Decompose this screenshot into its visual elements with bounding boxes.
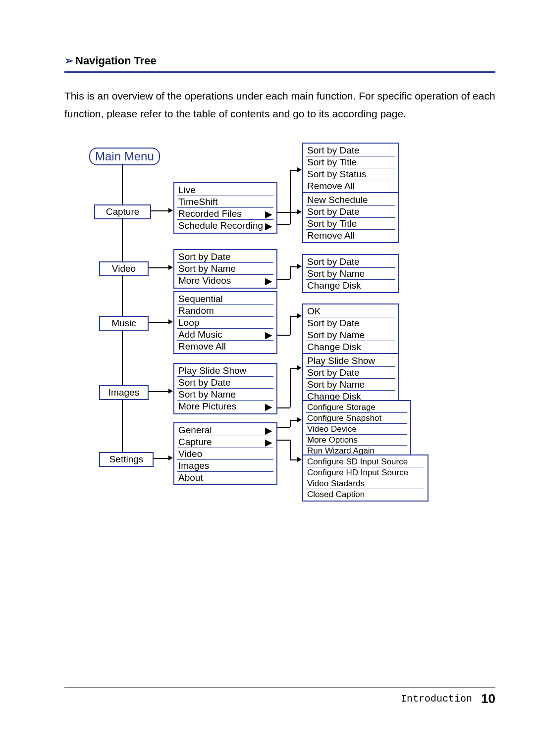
list-item: Remove All — [306, 180, 395, 192]
footer-section: Introduction — [401, 693, 472, 705]
list-item: Sort by Date — [177, 251, 273, 263]
list-item: Sort by Name — [177, 263, 273, 275]
music-sub: Sequential Random Loop Add Music▶ Remove… — [173, 291, 277, 354]
page-number: 10 — [481, 691, 495, 706]
list-item: OK — [306, 305, 395, 317]
settings-sub: General▶ Capture▶ Video Images About — [173, 422, 277, 485]
settings-node: Settings — [99, 452, 154, 467]
list-item: Change Disk — [306, 280, 395, 291]
video-node: Video — [99, 261, 149, 276]
list-item: Images — [177, 460, 273, 472]
list-item: Sort by Date — [306, 317, 395, 329]
list-item: About — [177, 472, 273, 483]
list-item: Sort by Title — [306, 156, 395, 168]
page-footer: Introduction 10 — [64, 687, 495, 706]
capture-settings-sub: Configure SD Input Source Configure HD I… — [302, 454, 428, 502]
list-item: Sort by Title — [306, 218, 395, 230]
list-item: Sort by Date — [306, 206, 395, 218]
general-sub: Configure Storage Configure Snapshot Vid… — [302, 400, 411, 458]
divider — [64, 74, 495, 74]
list-item: Configure Snapshot — [306, 413, 407, 424]
list-item: Sort by Status — [306, 168, 395, 180]
heading-text: Navigation Tree — [75, 54, 157, 67]
more-videos-sub: Sort by Date Sort by Name Change Disk — [302, 254, 399, 293]
list-item: Remove All — [306, 230, 395, 241]
main-menu-node: Main Menu — [89, 148, 160, 165]
list-item: Sort by Name — [177, 389, 273, 401]
list-item: Sort by Date — [306, 145, 395, 156]
list-item: More Options — [306, 435, 407, 446]
chevron-right-icon: ➢ — [64, 54, 73, 67]
images-sub: Play Slide Show Sort by Date Sort by Nam… — [173, 363, 277, 414]
list-item: Change Disk — [306, 341, 395, 353]
list-item: Video Stadards — [306, 478, 425, 489]
recorded-files-sub: Sort by Date Sort by Title Sort by Statu… — [302, 143, 399, 194]
list-item: Video — [177, 448, 273, 460]
music-node: Music — [99, 316, 149, 331]
intro-paragraph: This is an overview of the operations un… — [64, 87, 495, 123]
more-pictures-sub: Play Slide Show Sort by Date Sort by Nam… — [302, 353, 399, 404]
images-node: Images — [99, 385, 149, 400]
list-item: Schedule Recording▶ — [177, 220, 273, 231]
add-music-sub: OK Sort by Date Sort by Name Change Disk — [302, 303, 399, 354]
capture-node: Capture — [94, 204, 151, 219]
list-item: More Pictures▶ — [177, 401, 273, 412]
list-item: Loop — [177, 317, 273, 329]
list-item: Sort by Date — [306, 256, 395, 268]
list-item: Configure Storage — [306, 402, 407, 413]
list-item: Sort by Date — [306, 367, 395, 379]
list-item: Capture▶ — [177, 436, 273, 448]
section-heading: ➢Navigation Tree — [64, 54, 495, 73]
list-item: Sequential — [177, 293, 273, 305]
list-item: Video Device — [306, 424, 407, 435]
capture-sub: Live TimeShift Recorded Files▶ Schedule … — [173, 182, 277, 234]
list-item: Remove All — [177, 341, 273, 352]
list-item: Sort by Name — [306, 379, 395, 391]
list-item: Sort by Date — [177, 377, 273, 389]
list-item: Configure HD Input Source — [306, 467, 425, 478]
list-item: Recorded Files▶ — [177, 208, 273, 220]
navigation-tree-diagram: Main Menu Capture Video Music Images Set… — [74, 143, 485, 534]
list-item: New Schedule — [306, 194, 395, 206]
schedule-sub: New Schedule Sort by Date Sort by Title … — [302, 192, 399, 243]
list-item: Live — [177, 184, 273, 196]
list-item: Random — [177, 305, 273, 317]
video-sub: Sort by Date Sort by Name More Videos▶ — [173, 249, 277, 289]
list-item: Sort by Name — [306, 268, 395, 280]
list-item: TimeShift — [177, 196, 273, 208]
list-item: More Videos▶ — [177, 275, 273, 286]
list-item: Configure SD Input Source — [306, 456, 425, 467]
list-item: Add Music▶ — [177, 329, 273, 341]
list-item: Play Slide Show — [306, 355, 395, 367]
list-item: Play Slide Show — [177, 365, 273, 377]
list-item: General▶ — [177, 424, 273, 436]
list-item: Closed Caption — [306, 489, 425, 500]
list-item: Sort by Name — [306, 329, 395, 341]
